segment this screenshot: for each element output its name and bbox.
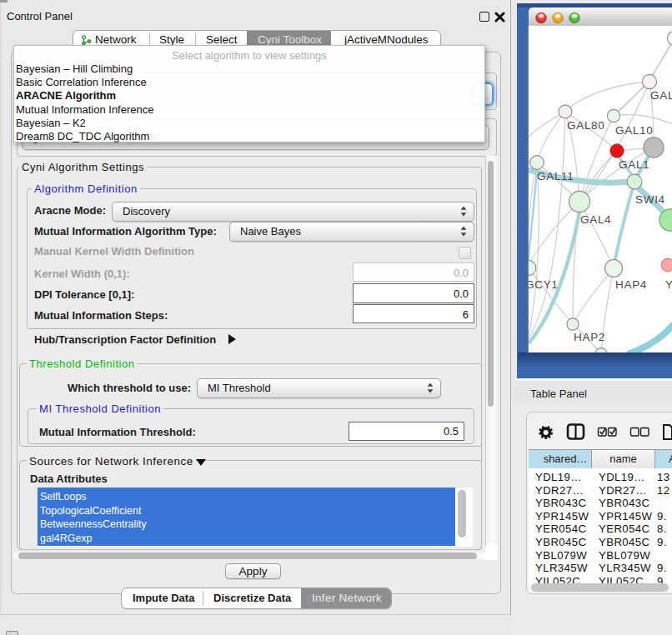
svg-text:GAL2: GAL2 (650, 89, 672, 102)
svg-text:Y: Y (665, 278, 672, 291)
svg-text:GAL4: GAL4 (580, 213, 611, 226)
svg-text:GAL10: GAL10 (615, 124, 654, 137)
svg-text:HAP4: HAP4 (615, 278, 647, 291)
svg-text:GCY1: GCY1 (529, 278, 559, 291)
svg-text:GAL11: GAL11 (537, 170, 574, 182)
svg-text:HAP2: HAP2 (574, 331, 605, 343)
svg-text:GAL1: GAL1 (619, 158, 649, 171)
svg-text:GAL80: GAL80 (567, 119, 605, 132)
svg-text:SWI4: SWI4 (635, 193, 665, 206)
